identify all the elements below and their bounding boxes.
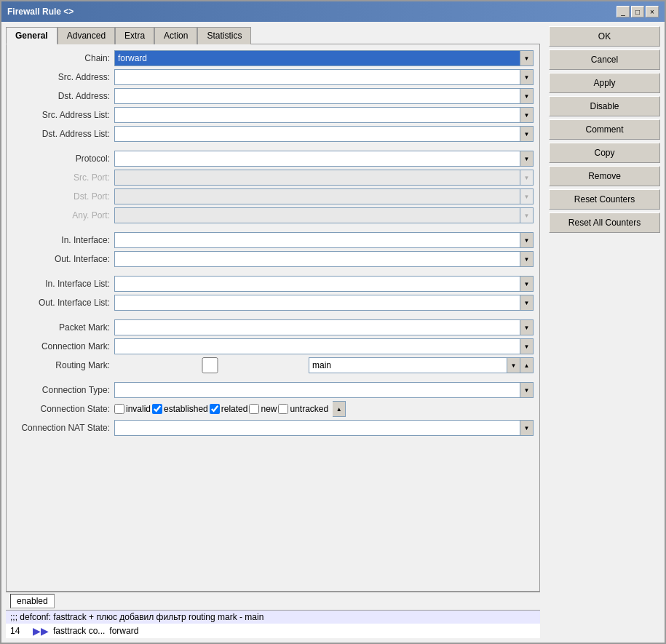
- routing-mark-label: Routing Mark:: [12, 360, 114, 370]
- chain-row: Chain: forward ▼: [12, 50, 534, 66]
- packet-mark-row: Packet Mark: ▼: [12, 319, 534, 335]
- dst-address-input[interactable]: [114, 88, 520, 104]
- dst-port-row: Dst. Port: ▼: [12, 188, 534, 204]
- tab-action[interactable]: Action: [154, 27, 197, 44]
- routing-mark-input[interactable]: [309, 357, 507, 373]
- connection-mark-input[interactable]: [114, 338, 520, 354]
- dst-address-list-input-group: ▼: [114, 126, 534, 142]
- right-panel: OK Cancel Apply Disable Comment Copy Rem…: [544, 22, 665, 643]
- in-interface-input[interactable]: [114, 232, 520, 248]
- out-interface-input-group: ▼: [114, 251, 534, 267]
- dst-port-label: Dst. Port:: [12, 191, 114, 202]
- routing-mark-checkbox[interactable]: [114, 357, 306, 373]
- close-button[interactable]: ×: [646, 6, 659, 17]
- state-new-item: new: [249, 404, 277, 414]
- firewall-rule-window: Firewall Rule <> _ □ × General Advanced …: [0, 0, 666, 644]
- chain-dropdown-btn[interactable]: ▼: [520, 50, 534, 66]
- row-text1: fasttrack co...: [53, 626, 105, 636]
- in-interface-list-dropdown-btn[interactable]: ▼: [520, 276, 534, 292]
- src-address-list-dropdown-btn[interactable]: ▼: [520, 107, 534, 123]
- dst-address-list-input[interactable]: [114, 126, 520, 142]
- dst-address-dropdown-btn[interactable]: ▼: [520, 88, 534, 104]
- in-interface-list-input[interactable]: [114, 276, 520, 292]
- dst-address-list-label: Dst. Address List:: [12, 129, 114, 139]
- state-new-checkbox[interactable]: [249, 404, 259, 414]
- row-text2: forward: [109, 626, 138, 636]
- any-port-label: Any. Port:: [12, 210, 114, 220]
- dst-address-list-dropdown-btn[interactable]: ▼: [520, 126, 534, 142]
- reset-counters-button[interactable]: Reset Counters: [549, 189, 660, 210]
- dst-port-input-group: ▼: [114, 188, 534, 204]
- state-invalid-checkbox[interactable]: [114, 404, 124, 414]
- connection-nat-state-dropdown-btn[interactable]: ▼: [520, 420, 534, 436]
- connection-mark-dropdown-btn[interactable]: ▼: [520, 338, 534, 354]
- out-interface-list-input[interactable]: [114, 295, 520, 311]
- src-address-input[interactable]: [114, 69, 520, 85]
- dst-address-list-row: Dst. Address List: ▼: [12, 126, 534, 142]
- state-invalid-item: invalid: [114, 404, 151, 414]
- in-interface-list-label: In. Interface List:: [12, 279, 114, 289]
- routing-mark-row: Routing Mark: ▼ ▲: [12, 357, 534, 373]
- chain-input[interactable]: forward: [114, 50, 520, 66]
- state-related-checkbox[interactable]: [210, 404, 220, 414]
- tab-general[interactable]: General: [6, 27, 58, 44]
- any-port-input[interactable]: [114, 207, 520, 223]
- out-interface-list-input-group: ▼: [114, 295, 534, 311]
- alt-row-text: ;;; defconf: fasttrack + плюс добавил фи…: [10, 612, 263, 622]
- any-port-dropdown-btn: ▼: [520, 207, 534, 223]
- comment-button[interactable]: Comment: [549, 119, 660, 140]
- state-invalid-label: invalid: [126, 404, 151, 414]
- state-established-checkbox[interactable]: [152, 404, 162, 414]
- connection-type-input[interactable]: [114, 382, 520, 398]
- alt-row: ;;; defconf: fasttrack + плюс добавил фи…: [6, 611, 540, 624]
- protocol-dropdown-btn[interactable]: ▼: [520, 151, 534, 167]
- src-address-input-group: ▼: [114, 69, 534, 85]
- connection-nat-state-input[interactable]: [114, 420, 520, 436]
- dst-port-input[interactable]: [114, 188, 520, 204]
- packet-mark-input[interactable]: [114, 319, 520, 335]
- connection-type-row: Connection Type: ▼: [12, 382, 534, 398]
- form-container: Chain: forward ▼ Src. Address: ▼: [6, 44, 540, 592]
- remove-button[interactable]: Remove: [549, 166, 660, 186]
- main-row[interactable]: 14 ▶▶ fasttrack co... forward: [6, 624, 540, 638]
- out-interface-label: Out. Interface:: [12, 254, 114, 264]
- cancel-button[interactable]: Cancel: [549, 49, 660, 70]
- connection-mark-row: Connection Mark: ▼: [12, 338, 534, 354]
- tab-advanced[interactable]: Advanced: [58, 27, 115, 44]
- in-interface-list-row: In. Interface List: ▼: [12, 276, 534, 292]
- state-established-item: established: [152, 404, 208, 414]
- disable-button[interactable]: Disable: [549, 96, 660, 116]
- protocol-input[interactable]: [114, 151, 520, 167]
- state-untracked-checkbox[interactable]: [278, 404, 288, 414]
- maximize-button[interactable]: □: [631, 6, 644, 17]
- out-interface-list-row: Out. Interface List: ▼: [12, 295, 534, 311]
- routing-mark-up-btn[interactable]: ▲: [520, 357, 534, 373]
- connection-type-dropdown-btn[interactable]: ▼: [520, 382, 534, 398]
- out-interface-list-dropdown-btn[interactable]: ▼: [520, 295, 534, 311]
- state-untracked-label: untracked: [290, 404, 328, 414]
- title-bar: Firewall Rule <> _ □ ×: [1, 1, 665, 22]
- src-address-dropdown-btn[interactable]: ▼: [520, 69, 534, 85]
- copy-button[interactable]: Copy: [549, 143, 660, 163]
- dst-address-label: Dst. Address:: [12, 91, 114, 101]
- bottom-table: ;;; defconf: fasttrack + плюс добавил фи…: [6, 610, 540, 638]
- tab-statistics[interactable]: Statistics: [197, 27, 251, 44]
- title-bar-buttons: _ □ ×: [617, 6, 659, 17]
- ok-button[interactable]: OK: [549, 26, 660, 47]
- connection-state-up-btn[interactable]: ▲: [333, 401, 346, 417]
- out-interface-dropdown-btn[interactable]: ▼: [520, 251, 534, 267]
- tab-extra[interactable]: Extra: [115, 27, 154, 44]
- out-interface-input[interactable]: [114, 251, 520, 267]
- src-port-row: Src. Port: ▼: [12, 170, 534, 186]
- connection-state-row: Connection State: invalid established: [12, 401, 534, 417]
- reset-all-counters-button[interactable]: Reset All Counters: [549, 212, 660, 233]
- minimize-button[interactable]: _: [617, 6, 630, 17]
- state-new-label: new: [261, 404, 277, 414]
- packet-mark-input-group: ▼: [114, 319, 534, 335]
- packet-mark-dropdown-btn[interactable]: ▼: [520, 319, 534, 335]
- src-address-list-input[interactable]: [114, 107, 520, 123]
- apply-button[interactable]: Apply: [549, 73, 660, 93]
- src-port-input[interactable]: [114, 170, 520, 186]
- routing-mark-dropdown-btn[interactable]: ▼: [507, 357, 520, 373]
- in-interface-dropdown-btn[interactable]: ▼: [520, 232, 534, 248]
